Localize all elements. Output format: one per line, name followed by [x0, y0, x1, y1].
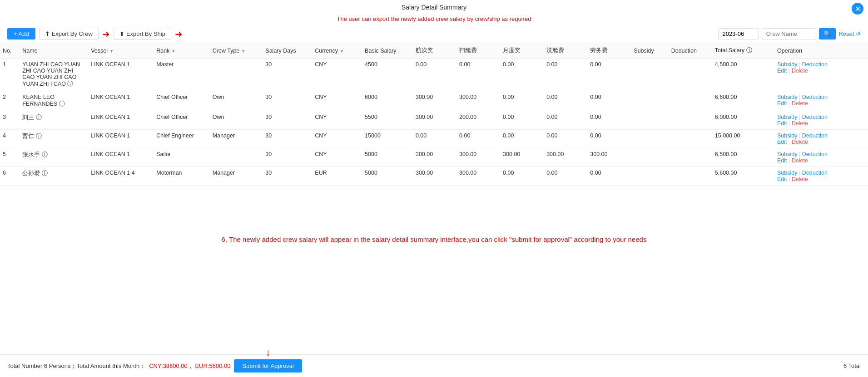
subsidy-link[interactable]: Subsidy: [777, 132, 797, 139]
delete-link[interactable]: Delete: [792, 157, 808, 164]
deduction-link[interactable]: Deduction: [802, 61, 828, 68]
subsidy-link[interactable]: Subsidy: [777, 170, 797, 176]
cell-rank: Chief Officer: [154, 111, 210, 130]
cell-hangci: 0.00: [413, 130, 456, 148]
cell-xicang: 0.00: [544, 167, 587, 186]
deduction-link[interactable]: Deduction: [802, 114, 828, 120]
subsidy-link[interactable]: Subsidy: [777, 94, 797, 100]
cell-laowu: 0.00: [587, 59, 631, 91]
delete-link[interactable]: Delete: [792, 176, 808, 182]
delete-link[interactable]: Delete: [792, 68, 808, 74]
table-container: No. Name Vessel ▼ Rank ▼ Crew Type ▼ Sal…: [0, 43, 868, 222]
toolbar-right: 🔍 Reset ↺: [718, 28, 861, 39]
search-button[interactable]: 🔍: [819, 28, 836, 39]
cell-rank: Motorman: [154, 167, 210, 186]
subsidy-link[interactable]: Subsidy: [777, 151, 797, 157]
export-crew-button[interactable]: ⬆ Export By Crew: [39, 28, 99, 40]
close-button[interactable]: ✕: [852, 3, 863, 15]
cell-rank: Chief Officer: [154, 91, 210, 111]
edit-link[interactable]: Edit: [777, 157, 787, 164]
delete-link[interactable]: Delete: [792, 139, 808, 145]
cell-vessel: LINK OCEAN 1: [88, 130, 154, 148]
upload-icon: ⬆: [45, 30, 50, 37]
cell-subsidy: [631, 111, 668, 130]
cell-yuandu: 0.00: [500, 167, 544, 186]
table-row: 6公孙瓒 ⓘLINK OCEAN 1 4MotormanManager30EUR…: [0, 167, 868, 186]
cell-deduction: [669, 91, 712, 111]
cell-sacang: 200.00: [456, 111, 500, 130]
arrow-hint-1: ➜: [102, 29, 110, 39]
col-currency: Currency ▼: [312, 43, 362, 59]
cell-currency: CNY: [312, 111, 362, 130]
month-input[interactable]: [718, 28, 759, 39]
col-yuandu: 月度奖: [500, 43, 544, 59]
cell-days: 30: [263, 148, 312, 167]
page-title: Salary Detail Summary: [402, 4, 466, 11]
salary-table: No. Name Vessel ▼ Rank ▼ Crew Type ▼ Sal…: [0, 43, 868, 186]
cell-xicang: 300.00: [544, 148, 587, 167]
cell-vessel: LINK OCEAN 1: [88, 91, 154, 111]
cell-basic: 5000: [362, 148, 413, 167]
cell-yuandu: 0.00: [500, 59, 544, 91]
subsidy-link[interactable]: Subsidy: [777, 114, 797, 120]
table-row: 3刘三 ⓘLINK OCEAN 1Chief OfficerOwn30CNY55…: [0, 111, 868, 130]
cell-operation: Subsidy | Deduction Edit | Delete: [774, 111, 868, 130]
add-button[interactable]: + Add: [7, 28, 35, 39]
cell-subsidy: [631, 91, 668, 111]
deduction-link[interactable]: Deduction: [802, 132, 828, 139]
cell-laowu: 0.00: [587, 111, 631, 130]
cell-laowu: 300.00: [587, 148, 631, 167]
cell-basic: 15000: [362, 130, 413, 148]
cell-total: 6,500.00: [712, 148, 774, 167]
delete-link[interactable]: Delete: [792, 120, 808, 127]
table-row: 5张水手 ⓘLINK OCEAN 1Sailor30CNY5000300.003…: [0, 148, 868, 167]
cell-crewtype: Manager: [210, 167, 263, 186]
cell-no: 5: [0, 148, 20, 167]
export-ship-button[interactable]: ⬆ Export By Ship: [114, 28, 171, 40]
cell-sacang: 0.00: [456, 59, 500, 91]
cell-basic: 4500: [362, 59, 413, 91]
table-row: 1YUAN ZHI CAO YUAN ZHI CAO YUAN ZHI CAO …: [0, 59, 868, 91]
upload-icon-2: ⬆: [119, 30, 124, 37]
cell-total: 15,000.00: [712, 130, 774, 148]
cell-name: YUAN ZHI CAO YUAN ZHI CAO YUAN ZHI CAO Y…: [20, 59, 88, 91]
cell-vessel: LINK OCEAN 1: [88, 59, 154, 91]
edit-link[interactable]: Edit: [777, 120, 787, 127]
cell-crewtype: Own: [210, 91, 263, 111]
edit-link[interactable]: Edit: [777, 139, 787, 145]
deduction-link[interactable]: Deduction: [802, 94, 828, 100]
col-days: Salary Days: [263, 43, 312, 59]
col-name: Name: [20, 43, 88, 59]
cell-name: 张水手 ⓘ: [20, 148, 88, 167]
cell-total: 4,500.00: [712, 59, 774, 91]
cell-laowu: 0.00: [587, 91, 631, 111]
cell-days: 30: [263, 167, 312, 186]
deduction-link[interactable]: Deduction: [802, 151, 828, 157]
cell-hangci: 300.00: [413, 111, 456, 130]
cell-subsidy: [631, 130, 668, 148]
cell-name: 刘三 ⓘ: [20, 111, 88, 130]
cell-hangci: 300.00: [413, 91, 456, 111]
cell-laowu: 0.00: [587, 167, 631, 186]
cell-hangci: 300.00: [413, 167, 456, 186]
cell-name: 公孙瓒 ⓘ: [20, 167, 88, 186]
edit-link[interactable]: Edit: [777, 68, 787, 74]
edit-link[interactable]: Edit: [777, 176, 787, 182]
delete-link[interactable]: Delete: [792, 100, 808, 107]
cell-vessel: LINK OCEAN 1: [88, 148, 154, 167]
cell-basic: 5000: [362, 167, 413, 186]
col-op: Operation: [774, 43, 868, 59]
col-rank: Rank ▼: [154, 43, 210, 59]
export-ship-label: Export By Ship: [126, 30, 165, 37]
cell-sacang: 300.00: [456, 167, 500, 186]
cell-rank: Sailor: [154, 148, 210, 167]
col-total: Total Salary ⓘ: [712, 43, 774, 59]
cell-days: 30: [263, 130, 312, 148]
cell-hangci: 0.00: [413, 59, 456, 91]
crew-name-input[interactable]: [762, 28, 816, 39]
cell-laowu: 0.00: [587, 130, 631, 148]
subsidy-link[interactable]: Subsidy: [777, 61, 797, 68]
deduction-link[interactable]: Deduction: [802, 170, 828, 176]
reset-button[interactable]: Reset ↺: [838, 30, 861, 37]
edit-link[interactable]: Edit: [777, 100, 787, 107]
